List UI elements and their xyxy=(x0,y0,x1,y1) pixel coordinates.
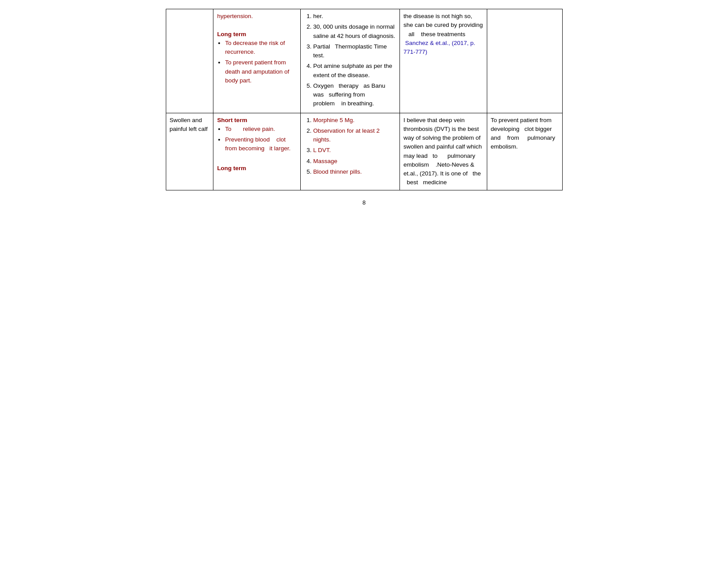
list-item: Observation for at least 2 nights. xyxy=(313,127,396,145)
table-row: Swollen and painful left calf Short term… xyxy=(166,113,562,190)
list-item: Oxygen therapy as Banu was suffering fro… xyxy=(313,82,396,108)
page-number: 8 xyxy=(166,199,563,206)
list-item: Blood thinner pills. xyxy=(313,167,396,176)
numbered-list-2: Morphine 5 Mg. Observation for at least … xyxy=(304,116,396,177)
list-item: Massage xyxy=(313,157,396,166)
list-item: L DVT. xyxy=(313,146,396,155)
short-term-label: Short term xyxy=(217,117,247,123)
short-term-bullets: To relieve pain. Preventing blood clot f… xyxy=(217,125,297,153)
col5-text-2: To prevent patient from developing clot … xyxy=(491,117,555,150)
cell-r1-c2: hypertension. Long term To decrease the … xyxy=(213,9,301,113)
hypertension-text: hypertension. xyxy=(217,13,253,19)
list-item: Preventing blood clot from becoming it l… xyxy=(225,135,297,153)
long-term-label-2: Long term xyxy=(217,165,246,171)
list-item: To prevent patient from death and amputa… xyxy=(225,58,297,85)
cell-r1-c1 xyxy=(166,9,213,113)
list-item: Pot amine sulphate as per the extent of … xyxy=(313,62,396,80)
swollen-text: Swollen and painful left calf xyxy=(170,117,208,132)
cell-r2-c4: I believe that deep vein thrombosis (DVT… xyxy=(399,113,487,190)
cell-r2-c3: Morphine 5 Mg. Observation for at least … xyxy=(301,113,400,190)
bullet-text-1: To decrease the risk of recurrence. xyxy=(225,40,285,55)
list-item: To relieve pain. xyxy=(225,125,297,134)
citation-1: Sanchez & et.al., (2017, p. 771-777) xyxy=(403,40,475,55)
long-term-bullets-1: To decrease the risk of recurrence. To p… xyxy=(217,39,297,85)
cell-r2-c5: To prevent patient from developing clot … xyxy=(487,113,562,190)
list-item: her. xyxy=(313,12,396,21)
list-item: Morphine 5 Mg. xyxy=(313,116,396,125)
list-item: 30, 000 units dosage in normal saline at… xyxy=(313,22,396,41)
cell-r2-c2: Short term To relieve pain. Preventing b… xyxy=(213,113,301,190)
bullet-text-relieve: To relieve pain. xyxy=(225,126,275,132)
page-container: hypertension. Long term To decrease the … xyxy=(166,9,563,206)
cell-r1-c4: the disease is not high so, she can be c… xyxy=(399,9,487,113)
table-row: hypertension. Long term To decrease the … xyxy=(166,9,562,113)
bullet-text-2: To prevent patient from death and amputa… xyxy=(225,59,289,84)
cell-r1-c5 xyxy=(487,9,562,113)
cell-r1-c3: her. 30, 000 units dosage in normal sali… xyxy=(301,9,400,113)
numbered-list-1: her. 30, 000 units dosage in normal sali… xyxy=(304,12,396,108)
list-item: Partial Thermoplastic Time test. xyxy=(313,42,396,60)
cell-r2-c1: Swollen and painful left calf xyxy=(166,113,213,190)
main-table: hypertension. Long term To decrease the … xyxy=(166,9,563,190)
col4-text-2: I believe that deep vein thrombosis (DVT… xyxy=(403,117,482,186)
long-term-label-1: Long term xyxy=(217,31,246,37)
list-item: To decrease the risk of recurrence. xyxy=(225,39,297,57)
bullet-text-preventing: Preventing blood clot from becoming it l… xyxy=(225,136,291,152)
